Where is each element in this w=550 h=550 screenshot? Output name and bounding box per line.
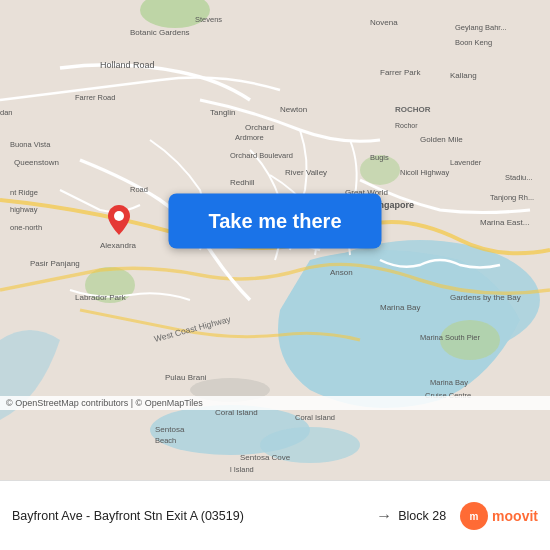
moovit-icon: m — [460, 502, 488, 530]
svg-text:ROCHOR: ROCHOR — [395, 105, 431, 114]
svg-text:Ardmore: Ardmore — [235, 133, 264, 142]
svg-text:Tanglin: Tanglin — [210, 108, 235, 117]
svg-text:Alexandra: Alexandra — [100, 241, 137, 250]
svg-text:Novena: Novena — [370, 18, 398, 27]
svg-text:Newton: Newton — [280, 105, 307, 114]
svg-text:Farrer Park: Farrer Park — [380, 68, 421, 77]
destination-pin — [108, 205, 130, 239]
route-to: Block 28 — [398, 509, 446, 523]
svg-text:m: m — [470, 511, 479, 522]
svg-text:Rochor: Rochor — [395, 122, 418, 129]
svg-text:Sentosa: Sentosa — [155, 425, 185, 434]
map-container: Holland Road Botanic Gardens Stevens Nov… — [0, 0, 550, 480]
svg-text:Tanjong Rh...: Tanjong Rh... — [490, 193, 534, 202]
svg-text:l Island: l Island — [230, 465, 254, 474]
svg-text:one-north: one-north — [10, 223, 42, 232]
svg-text:Labrador Park: Labrador Park — [75, 293, 127, 302]
take-me-there-button[interactable]: Take me there — [168, 193, 381, 248]
svg-text:nt Ridge: nt Ridge — [10, 188, 38, 197]
svg-text:Pulau Brani: Pulau Brani — [165, 373, 207, 382]
svg-text:Pasir Panjang: Pasir Panjang — [30, 259, 80, 268]
svg-text:Marina Bay: Marina Bay — [430, 378, 468, 387]
svg-text:Holland Road: Holland Road — [100, 60, 155, 70]
svg-text:Boon Keng: Boon Keng — [455, 38, 492, 47]
bottom-bar: Bayfront Ave - Bayfront Stn Exit A (0351… — [0, 480, 550, 550]
svg-text:Bugis: Bugis — [370, 153, 389, 162]
svg-text:Botanic Gardens: Botanic Gardens — [130, 28, 190, 37]
svg-text:Anson: Anson — [330, 268, 353, 277]
svg-point-66 — [114, 211, 124, 221]
svg-text:Geylang Bahr...: Geylang Bahr... — [455, 23, 507, 32]
svg-text:Gardens by the Bay: Gardens by the Bay — [450, 293, 521, 302]
svg-text:River Valley: River Valley — [285, 168, 327, 177]
svg-text:Road: Road — [130, 185, 148, 194]
arrow-icon: → — [376, 507, 392, 525]
copyright-text: © OpenStreetMap contributors | © OpenMap… — [6, 398, 203, 408]
svg-text:Orchard: Orchard — [245, 123, 274, 132]
svg-text:Queenstown: Queenstown — [14, 158, 59, 167]
svg-text:Golden Mile: Golden Mile — [420, 135, 463, 144]
svg-text:Sentosa Cove: Sentosa Cove — [240, 453, 291, 462]
svg-text:Stevens: Stevens — [195, 15, 222, 24]
svg-text:Buona Vista: Buona Vista — [10, 140, 51, 149]
svg-text:Coral Island: Coral Island — [295, 413, 335, 422]
svg-text:Lavender: Lavender — [450, 158, 482, 167]
svg-text:Beach: Beach — [155, 436, 176, 445]
svg-text:Kallang: Kallang — [450, 71, 477, 80]
svg-text:Marina South Pier: Marina South Pier — [420, 333, 481, 342]
svg-text:Farrer Road: Farrer Road — [75, 93, 115, 102]
svg-text:Marina East...: Marina East... — [480, 218, 529, 227]
copyright-bar: © OpenStreetMap contributors | © OpenMap… — [0, 396, 550, 410]
from-text: Bayfront Ave - Bayfront Stn Exit A (0351… — [12, 509, 244, 523]
svg-text:Nicoll Highway: Nicoll Highway — [400, 168, 449, 177]
svg-text:dan: dan — [0, 108, 13, 117]
svg-text:Redhill: Redhill — [230, 178, 255, 187]
svg-text:Marina Bay: Marina Bay — [380, 303, 420, 312]
moovit-text: moovit — [492, 508, 538, 524]
svg-text:Orchard Boulevard: Orchard Boulevard — [230, 151, 293, 160]
svg-text:Stadiu...: Stadiu... — [505, 173, 533, 182]
svg-text:highway: highway — [10, 205, 38, 214]
route-from: Bayfront Ave - Bayfront Stn Exit A (0351… — [12, 509, 370, 523]
moovit-logo: m moovit — [460, 502, 538, 530]
